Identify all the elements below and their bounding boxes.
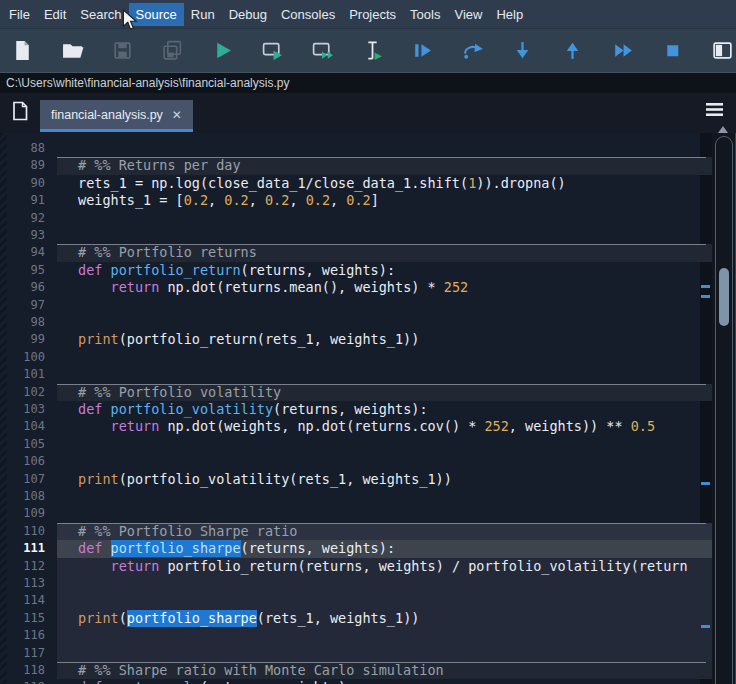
continue-icon [611, 39, 634, 62]
code-line-117[interactable]: 117 [0, 645, 712, 662]
code-editor[interactable]: 8889# %% Returns per day90rets_1 = np.lo… [0, 133, 736, 684]
code-text [57, 627, 712, 644]
code-text [57, 488, 712, 505]
step-out-button[interactable] [561, 39, 584, 62]
code-line-94[interactable]: 94# %% Portfolio returns [0, 244, 712, 261]
editor-tab-bar: financial-analysis.py ✕ [0, 93, 736, 133]
code-text: return np.dot(weights, np.dot(returns.co… [57, 418, 712, 435]
code-line-96[interactable]: 96 return np.dot(returns.mean(), weights… [0, 279, 712, 296]
menu-item-edit[interactable]: Edit [37, 3, 73, 26]
maximize-pane-button[interactable] [711, 39, 734, 62]
code-text: # %% Portfolio volatility [57, 384, 712, 401]
editor-scrollbar[interactable] [712, 133, 736, 684]
editor-options-button[interactable] [705, 102, 725, 118]
run-file-button[interactable] [211, 39, 234, 62]
continue-execution-button[interactable] [611, 39, 634, 62]
code-line-114[interactable]: 114 [0, 592, 712, 609]
code-text [57, 505, 712, 522]
code-text [57, 227, 712, 244]
cell-separator [57, 384, 706, 385]
run-selection-icon [361, 39, 384, 62]
code-text: # %% Portfolio Sharpe ratio [57, 523, 712, 540]
code-line-99[interactable]: 99print(portfolio_return(rets_1, weights… [0, 331, 712, 348]
code-line-105[interactable]: 105 [0, 436, 712, 453]
menu-item-source[interactable]: Source [129, 3, 184, 26]
code-text: # %% Sharpe ratio with Monte Carlo simul… [57, 662, 712, 679]
code-line-98[interactable]: 98 [0, 314, 712, 331]
code-line-88[interactable]: 88 [0, 140, 712, 157]
run-cell-icon [261, 39, 284, 62]
hamburger-icon [705, 102, 725, 118]
code-text [57, 349, 712, 366]
code-line-112[interactable]: 112 return portfolio_return(returns, wei… [0, 558, 712, 575]
code-line-111[interactable]: 111def portfolio_sharpe(returns, weights… [0, 540, 712, 557]
code-line-103[interactable]: 103def portfolio_volatility(returns, wei… [0, 401, 712, 418]
open-folder-icon [61, 39, 84, 62]
new-file-icon [11, 39, 34, 62]
code-line-104[interactable]: 104 return np.dot(weights, np.dot(return… [0, 418, 712, 435]
debug-icon [411, 39, 434, 62]
code-text [57, 592, 712, 609]
file-icon [9, 100, 31, 122]
code-text: def portfolio_volatility(returns, weight… [57, 401, 712, 418]
code-line-108[interactable]: 108 [0, 488, 712, 505]
code-line-110[interactable]: 110# %% Portfolio Sharpe ratio [0, 523, 712, 540]
tab-financial-analysis[interactable]: financial-analysis.py ✕ [40, 100, 193, 132]
code-line-113[interactable]: 113 [0, 575, 712, 592]
code-line-109[interactable]: 109 [0, 505, 712, 522]
code-line-91[interactable]: 91weights_1 = [0.2, 0.2, 0.2, 0.2, 0.2] [0, 192, 712, 209]
save-icon [111, 39, 134, 62]
code-text [57, 436, 712, 453]
scroll-occurrence-flag [701, 285, 710, 288]
save-all-button[interactable] [161, 39, 184, 62]
menu-item-search[interactable]: Search [73, 3, 128, 26]
code-line-102[interactable]: 102# %% Portfolio volatility [0, 384, 712, 401]
run-cell-advance-button[interactable] [311, 39, 334, 62]
code-text [57, 314, 712, 331]
step-out-icon [561, 39, 584, 62]
menu-item-tools[interactable]: Tools [403, 3, 447, 26]
step-into-button[interactable] [511, 39, 534, 62]
code-line-93[interactable]: 93 [0, 227, 712, 244]
menu-item-run[interactable]: Run [184, 3, 222, 26]
new-file-button[interactable] [11, 39, 34, 62]
menu-item-view[interactable]: View [447, 3, 489, 26]
run-cell-button[interactable] [261, 39, 284, 62]
code-line-119[interactable]: 119def monte_carlo(returns, weights): [0, 679, 712, 684]
menu-item-consoles[interactable]: Consoles [274, 3, 342, 26]
scrollbar-thumb[interactable] [719, 268, 729, 326]
menu-item-projects[interactable]: Projects [342, 3, 403, 26]
scrollbar-track[interactable] [715, 136, 733, 684]
code-line-118[interactable]: 118# %% Sharpe ratio with Monte Carlo si… [0, 662, 712, 679]
code-line-95[interactable]: 95def portfolio_return(returns, weights)… [0, 262, 712, 279]
menu-item-file[interactable]: File [2, 3, 37, 26]
menu-item-debug[interactable]: Debug [222, 3, 274, 26]
scrollbar-up-arrow-icon[interactable] [718, 121, 728, 133]
occurrence-highlight: portfolio_sharpe [127, 610, 257, 627]
cell-separator [57, 523, 706, 524]
open-file-button[interactable] [61, 39, 84, 62]
code-line-106[interactable]: 106 [0, 453, 712, 470]
code-line-115[interactable]: 115print(portfolio_sharpe(rets_1, weight… [0, 610, 712, 627]
code-line-97[interactable]: 97 [0, 297, 712, 314]
browse-tabs-button[interactable] [9, 100, 31, 122]
cell-separator [57, 157, 706, 158]
stop-debugging-button[interactable] [661, 39, 684, 62]
maximize-pane-icon [711, 39, 734, 62]
step-over-button[interactable] [461, 39, 484, 62]
code-text: print(portfolio_volatility(rets_1, weigh… [57, 471, 712, 488]
debug-file-button[interactable] [411, 39, 434, 62]
code-line-90[interactable]: 90rets_1 = np.log(close_data_1/close_dat… [0, 175, 712, 192]
code-text [57, 140, 712, 157]
menu-item-help[interactable]: Help [489, 3, 530, 26]
code-line-92[interactable]: 92 [0, 210, 712, 227]
code-line-89[interactable]: 89# %% Returns per day [0, 157, 712, 174]
run-selection-button[interactable] [361, 39, 384, 62]
code-line-101[interactable]: 101 [0, 366, 712, 383]
tab-label: financial-analysis.py [51, 108, 163, 122]
code-line-100[interactable]: 100 [0, 349, 712, 366]
save-button[interactable] [111, 39, 134, 62]
code-line-107[interactable]: 107print(portfolio_volatility(rets_1, we… [0, 471, 712, 488]
code-line-116[interactable]: 116 [0, 627, 712, 644]
tab-close-icon[interactable]: ✕ [172, 109, 182, 121]
